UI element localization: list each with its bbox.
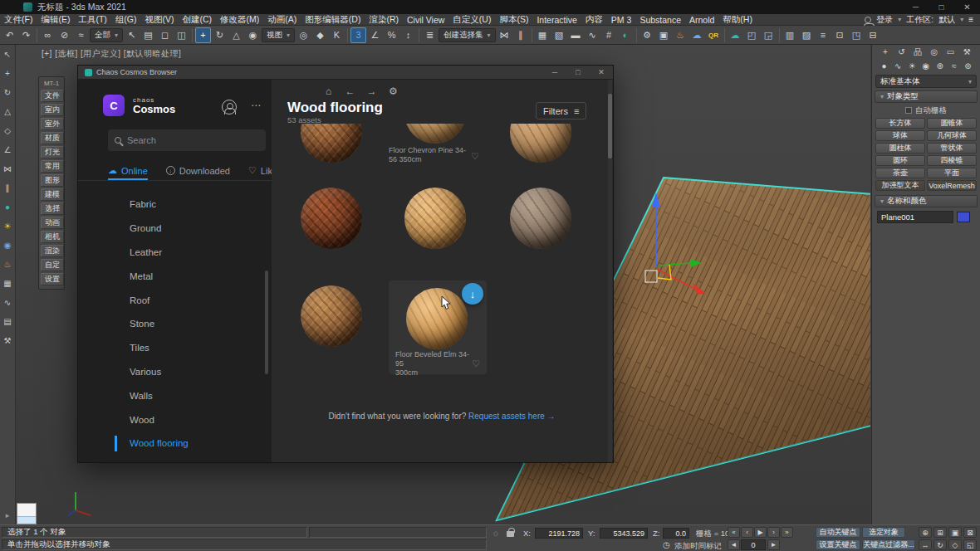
dock-button-modeling[interactable]: 建模 (41, 188, 64, 201)
window-crossing-toggle[interactable]: ◫ (174, 27, 189, 43)
category-walls[interactable]: Walls (78, 383, 272, 407)
light-tool-icon[interactable]: ☀ (2, 220, 14, 232)
cameras-category-icon[interactable]: ◉ (919, 61, 932, 72)
angle-snap-tool-icon[interactable]: ∠ (2, 144, 14, 155)
category-wood-flooring[interactable]: Wood flooring (78, 432, 272, 456)
torus-button[interactable]: 圆环 (875, 155, 925, 166)
menu-help[interactable]: 帮助(H) (718, 14, 757, 26)
curve-tool-icon[interactable]: ∿ (2, 296, 14, 308)
box-button[interactable]: 长方体 (875, 118, 925, 129)
cosmos-minimize-button[interactable]: ─ (543, 66, 566, 79)
cone-button[interactable]: 圆锥体 (927, 118, 977, 129)
camera-tool-icon[interactable]: ◉ (2, 239, 14, 251)
zoom-extents-all-icon[interactable]: ⊠ (963, 527, 977, 538)
undo-button[interactable]: ↶ (2, 27, 17, 43)
cosmos-maximize-button[interactable]: □ (566, 66, 590, 79)
select-and-place-button[interactable]: ◉ (245, 27, 261, 43)
mt1-toolbar-title[interactable]: MT-1 (41, 79, 62, 88)
content-scrollbar-thumb[interactable] (608, 94, 612, 158)
tube-button[interactable]: 管状体 (927, 143, 977, 154)
select-tool-icon[interactable]: ↖ (2, 48, 14, 60)
current-frame-field[interactable] (741, 539, 766, 550)
dock-button-shapes[interactable]: 图形 (41, 174, 64, 187)
asset-tile-hovered[interactable]: ↓ Floor Beveled Elm 34-95 300cm ♡ (389, 280, 487, 374)
orbit-icon[interactable]: ↻ (933, 539, 947, 550)
utility-tool-icon[interactable]: ⚒ (2, 334, 14, 346)
asset-tile[interactable] (510, 124, 571, 163)
display-panel-toggle[interactable]: ≡ (816, 27, 831, 43)
spacewarps-category-icon[interactable]: ≈ (948, 61, 960, 72)
material-editor-button[interactable]: ◐ (618, 27, 634, 43)
dock-button-select[interactable]: 选择 (41, 202, 64, 215)
select-and-rotate-button[interactable]: ↻ (212, 27, 228, 43)
maximize-button[interactable]: □ (929, 0, 954, 14)
menu-modifiers[interactable]: 修改器(M) (216, 14, 263, 26)
toggle-ribbon-button[interactable]: ▬ (568, 27, 584, 43)
dock-button-settings[interactable]: 设置 (41, 273, 64, 285)
material-sphere-thumb[interactable] (406, 288, 468, 349)
key-forward-button[interactable]: ► (767, 539, 780, 550)
scale-tool-icon[interactable]: △ (2, 105, 14, 117)
select-and-link-button[interactable]: ∞ (40, 27, 56, 43)
select-and-move-button[interactable]: + (195, 27, 211, 43)
menu-tools[interactable]: 工具(T) (74, 14, 110, 26)
category-roof[interactable]: Roof (78, 288, 272, 312)
set-key-button[interactable]: 设置关键点 (816, 539, 860, 550)
menu-rendering[interactable]: 渲染(R) (365, 14, 403, 26)
category-various[interactable]: Various (78, 360, 272, 384)
redo-button[interactable]: ↷ (18, 27, 34, 43)
settings-gear-icon[interactable]: ⚙ (386, 84, 400, 98)
selection-lock-icon[interactable] (507, 531, 514, 537)
modify-tab-icon[interactable]: ↺ (895, 46, 908, 58)
menu-arnold[interactable]: Arnold (685, 15, 718, 25)
geosphere-button[interactable]: 几何球体 (927, 130, 977, 141)
signin-menu[interactable]: 登录 (876, 14, 893, 26)
download-asset-button[interactable]: ↓ (462, 283, 483, 305)
dock-button-files[interactable]: 文件 (41, 90, 64, 102)
cylinder-button[interactable]: 圆柱体 (875, 143, 925, 154)
menu-hamburger-icon[interactable]: ≡ (968, 15, 973, 24)
render-in-cloud-button[interactable]: ☁ (689, 27, 705, 43)
display-tab-icon[interactable]: ▭ (944, 46, 957, 58)
rotate-tool-icon[interactable]: ↻ (2, 86, 14, 98)
filters-button[interactable]: Filters ≡ (536, 102, 586, 119)
mirror-tool-icon[interactable]: ⋈ (2, 163, 14, 174)
name-color-rollout[interactable]: ▾ 名称和颜色 (875, 195, 978, 207)
dock-button-custom[interactable]: 自定 (41, 259, 64, 271)
go-to-start-button[interactable]: « (728, 527, 740, 538)
auto-key-button[interactable]: 自动关键点 (816, 527, 860, 538)
utilities-tab-icon[interactable]: ⚒ (961, 46, 973, 58)
request-assets-link[interactable]: Request assets here → (468, 412, 556, 421)
dock-button-material[interactable]: 材质 (41, 132, 64, 144)
layer-properties-button[interactable]: ▧ (551, 27, 567, 43)
category-metal[interactable]: Metal (78, 264, 272, 288)
dock-button-common[interactable]: 常用 (41, 160, 64, 173)
plane-button[interactable]: 平面 (927, 168, 977, 178)
y-coord-field[interactable] (600, 528, 648, 539)
menu-animation[interactable]: 动画(A) (263, 14, 301, 26)
more-options-icon[interactable]: ⋯ (251, 100, 262, 111)
viewport-label[interactable]: [+] [选框] [用户定义] [默认明暗处理] (42, 48, 181, 60)
align-button[interactable]: ∥ (513, 27, 529, 43)
content-scrollbar[interactable] (608, 80, 612, 462)
object-type-rollout[interactable]: ▾ 对象类型 (875, 90, 978, 103)
dock-button-exterior[interactable]: 室外 (41, 118, 64, 130)
material-sphere-thumb[interactable] (404, 188, 466, 249)
add-time-tag-button[interactable]: 添加时间标记 (674, 541, 722, 551)
back-icon[interactable]: ← (343, 84, 357, 98)
angle-snap-toggle[interactable]: ∠ (367, 27, 383, 43)
x-coord-field[interactable] (535, 528, 583, 539)
field-of-view-icon[interactable]: ◇ (948, 539, 962, 550)
object-name-field[interactable] (877, 211, 953, 223)
voxelremesh-button[interactable]: VoxelRemesh (927, 180, 977, 191)
cosmos-close-button[interactable]: ✕ (590, 66, 613, 79)
category-stone[interactable]: Stone (78, 312, 272, 336)
render-production-button[interactable]: ♨ (673, 27, 688, 43)
workspace-selector[interactable]: 默认 (938, 14, 955, 26)
schematic-view-button[interactable]: # (601, 27, 617, 43)
hierarchy-tab-icon[interactable]: 品 (912, 46, 924, 58)
sidebar-scrollbar[interactable] (265, 271, 268, 374)
percent-snap-toggle[interactable]: % (384, 27, 399, 43)
geometry-category-icon[interactable]: ● (878, 61, 890, 72)
go-to-end-button[interactable]: » (781, 527, 793, 538)
